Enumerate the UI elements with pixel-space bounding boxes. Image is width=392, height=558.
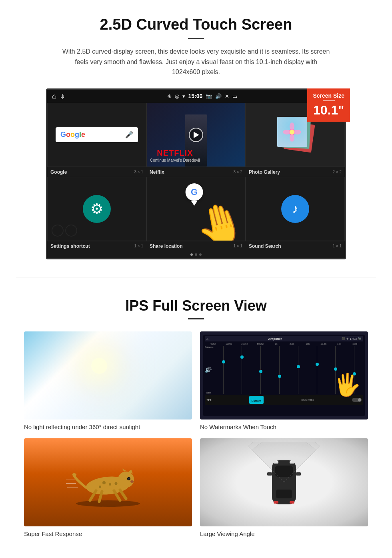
svg-rect-34 xyxy=(290,501,294,504)
cheetah-background xyxy=(24,438,192,526)
feature-cheetah: Super Fast Response xyxy=(24,438,192,537)
svg-line-22 xyxy=(120,490,126,499)
sound-app-size: 1 × 1 xyxy=(332,244,342,248)
time-display: 15:06 xyxy=(188,93,203,99)
volume-icon: 🔊 xyxy=(215,93,222,99)
close-icon: ✕ xyxy=(225,93,229,99)
photo-app-name: Photo Gallery xyxy=(249,169,280,175)
android-screen: ⌂ ψ ✳ ◎ ▾ 15:06 📷 🔊 ✕ ▭ xyxy=(46,88,346,259)
svg-rect-27 xyxy=(275,466,293,477)
svg-point-6 xyxy=(290,130,294,134)
status-bar: ⌂ ψ ✳ ◎ ▾ 15:06 📷 🔊 ✕ ▭ xyxy=(47,90,345,103)
sun-rays xyxy=(91,358,115,382)
badge-label: Screen Size xyxy=(313,92,344,99)
gear-icon: ⚙ xyxy=(90,201,103,217)
feature-cheetah-label: Super Fast Response xyxy=(24,530,192,537)
cheetah-visual xyxy=(64,456,152,509)
google-app-size: 3 × 1 xyxy=(134,170,143,174)
feature-sunlight: No light reflecting under 360° direct su… xyxy=(24,331,192,430)
share-label-group: Share location 1 × 1 xyxy=(146,241,246,251)
feature-car-image xyxy=(200,438,368,526)
photo-card-front xyxy=(277,117,307,147)
sun-glow xyxy=(91,358,107,374)
netflix-app-size: 3 × 2 xyxy=(233,170,242,174)
device-mockup: Screen Size 10.1" ⌂ ψ ✳ ◎ ▾ 15:06 📷 🔊 ✕ xyxy=(46,88,346,259)
svg-rect-31 xyxy=(274,461,278,464)
svg-marker-11 xyxy=(122,468,126,472)
svg-rect-28 xyxy=(276,490,292,498)
cheetah-svg xyxy=(64,456,152,508)
svg-point-15 xyxy=(102,481,106,484)
row2-labels: Settings shortcut 1 × 1 Share location 1… xyxy=(47,241,345,251)
music-icon-circle: ♪ xyxy=(281,195,309,223)
amp-labels-left: Balance 🔊 Fader xyxy=(205,346,214,394)
app-grid-row2: ⚙ G 🤚 xyxy=(47,177,345,241)
netflix-label-group: Netflix 3 × 2 xyxy=(146,167,246,177)
amp-home-icon: ⌂ xyxy=(206,337,208,341)
sky-background xyxy=(24,331,192,420)
play-button[interactable] xyxy=(189,128,203,142)
share-location-cell[interactable]: G 🤚 xyxy=(146,177,246,241)
google-app-name: Google xyxy=(50,169,67,175)
touch-hand-icon: 🖐 xyxy=(334,372,361,398)
features-grid: No light reflecting under 360° direct su… xyxy=(24,331,368,537)
photo-app-size: 2 × 2 xyxy=(332,170,342,174)
section1-title-underline xyxy=(188,38,204,39)
netflix-brand: NETFLIX xyxy=(150,149,200,158)
settings-icon-circle: ⚙ xyxy=(83,195,111,223)
page-indicator xyxy=(47,251,345,258)
svg-point-7 xyxy=(76,500,140,507)
share-app-size: 1 × 1 xyxy=(233,244,242,248)
ghost-icons xyxy=(52,225,77,237)
section-divider xyxy=(16,277,376,277)
settings-label-group: Settings shortcut 1 × 1 xyxy=(47,241,146,251)
sliders-area: Balance 🔊 Fader xyxy=(205,346,363,394)
feature-amplifier-image: ⌂ Amplifier ⬛ ◆ 17:33 📷 60hz xyxy=(200,331,368,420)
netflix-subtitle: Continue Marvel's Daredevil xyxy=(150,158,200,163)
custom-button[interactable]: Custom xyxy=(249,396,264,404)
section1-description: With 2.5D curved-display screen, this de… xyxy=(60,46,332,77)
sound-label-group: Sound Search 1 × 1 xyxy=(246,241,345,251)
amp-status-icons: ⬛ ◆ 17:33 📷 xyxy=(342,337,362,340)
status-left: ⌂ ψ xyxy=(52,92,64,100)
svg-point-17 xyxy=(99,486,101,488)
svg-point-3 xyxy=(290,134,294,142)
feature-sunlight-label: No light reflecting under 360° direct su… xyxy=(24,424,192,430)
bluetooth-icon: ✳ xyxy=(167,93,172,99)
home-icon[interactable]: ⌂ xyxy=(52,92,56,100)
google-app-cell[interactable]: Google 🎤 xyxy=(47,103,146,167)
eq-bar-container xyxy=(214,346,232,394)
section2-underline xyxy=(188,318,204,319)
svg-rect-33 xyxy=(274,501,278,504)
screen-size-badge: Screen Size 10.1" xyxy=(307,88,350,122)
car-background xyxy=(200,438,368,526)
feature-cheetah-image xyxy=(24,438,192,526)
window-icon: ▭ xyxy=(232,93,237,99)
share-app-name: Share location xyxy=(150,243,183,249)
music-note-icon: ♪ xyxy=(292,201,298,216)
netflix-app-cell[interactable]: NETFLIX Continue Marvel's Daredevil xyxy=(146,103,246,167)
sound-search-cell[interactable]: ♪ xyxy=(246,177,345,241)
maps-g-letter: G xyxy=(191,187,198,197)
svg-point-14 xyxy=(130,480,134,483)
google-logo: Google xyxy=(60,130,85,139)
svg-point-16 xyxy=(109,483,111,486)
svg-rect-30 xyxy=(296,472,301,476)
feature-sunlight-image xyxy=(24,331,192,420)
google-search-bar[interactable]: Google 🎤 xyxy=(56,127,138,142)
amp-mini-ui: ⌂ Amplifier ⬛ ◆ 17:33 📷 60hz xyxy=(203,335,365,416)
feature-car-label: Large Viewing Angle xyxy=(200,530,368,537)
dot-1 xyxy=(190,253,193,256)
svg-point-18 xyxy=(115,482,118,485)
usb-icon: ψ xyxy=(60,93,64,99)
maps-icon-wrapper: G xyxy=(186,183,203,206)
netflix-app-name: Netflix xyxy=(150,169,164,175)
app-grid-row1: Google 🎤 NETFLIX xyxy=(47,103,345,167)
toggle-switch[interactable] xyxy=(352,398,362,402)
maps-pin-arrow xyxy=(191,201,198,206)
photo-label-group: Photo Gallery 2 × 2 xyxy=(246,167,345,177)
settings-app-size: 1 × 1 xyxy=(134,244,143,248)
settings-app-cell[interactable]: ⚙ xyxy=(47,177,146,241)
amp-title: Amplifier xyxy=(268,337,282,341)
location-icon: ◎ xyxy=(175,93,179,99)
